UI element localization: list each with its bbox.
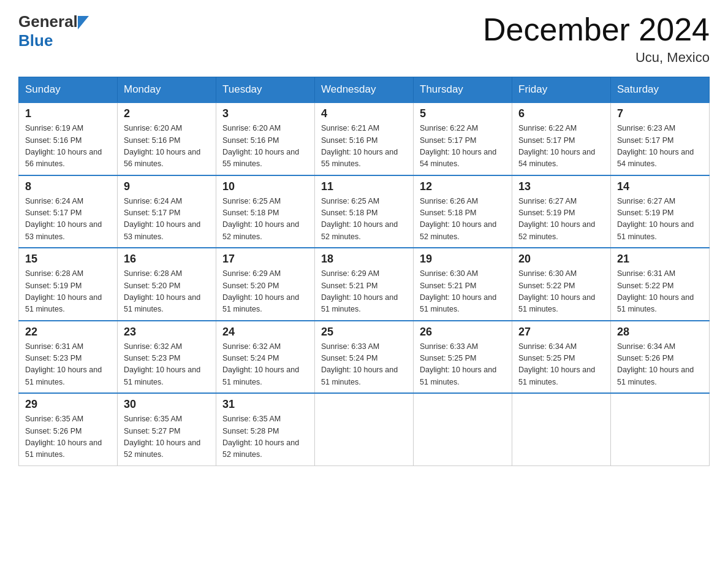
calendar-week-row: 1Sunrise: 6:19 AMSunset: 5:16 PMDaylight… <box>19 102 710 175</box>
day-number: 24 <box>222 326 308 339</box>
day-number: 13 <box>518 180 604 193</box>
day-info: Sunrise: 6:33 AMSunset: 5:25 PMDaylight:… <box>420 341 506 389</box>
calendar-day-cell: 31Sunrise: 6:35 AMSunset: 5:28 PMDayligh… <box>216 393 315 465</box>
day-info: Sunrise: 6:31 AMSunset: 5:23 PMDaylight:… <box>25 341 111 389</box>
calendar-body: 1Sunrise: 6:19 AMSunset: 5:16 PMDaylight… <box>19 102 710 465</box>
col-friday: Friday <box>512 77 611 103</box>
day-number: 18 <box>321 253 407 266</box>
day-info: Sunrise: 6:31 AMSunset: 5:22 PMDaylight:… <box>617 268 703 316</box>
day-info: Sunrise: 6:20 AMSunset: 5:16 PMDaylight:… <box>222 123 308 170</box>
svg-marker-0 <box>78 16 89 29</box>
calendar-day-cell <box>414 393 512 465</box>
calendar-day-cell: 13Sunrise: 6:27 AMSunset: 5:19 PMDayligh… <box>512 175 611 248</box>
day-info: Sunrise: 6:28 AMSunset: 5:19 PMDaylight:… <box>25 268 111 316</box>
day-number: 3 <box>222 107 308 120</box>
calendar-day-cell: 27Sunrise: 6:34 AMSunset: 5:25 PMDayligh… <box>512 321 611 394</box>
day-number: 5 <box>420 107 506 120</box>
calendar-day-cell: 21Sunrise: 6:31 AMSunset: 5:22 PMDayligh… <box>611 248 710 321</box>
calendar-day-cell: 2Sunrise: 6:20 AMSunset: 5:16 PMDaylight… <box>118 102 216 175</box>
calendar-day-cell: 19Sunrise: 6:30 AMSunset: 5:21 PMDayligh… <box>414 248 512 321</box>
day-number: 1 <box>25 107 111 120</box>
day-number: 6 <box>518 107 604 120</box>
calendar-week-row: 8Sunrise: 6:24 AMSunset: 5:17 PMDaylight… <box>19 175 710 248</box>
day-number: 22 <box>25 326 111 339</box>
day-info: Sunrise: 6:25 AMSunset: 5:18 PMDaylight:… <box>222 196 308 243</box>
calendar-day-cell: 20Sunrise: 6:30 AMSunset: 5:22 PMDayligh… <box>512 248 611 321</box>
day-info: Sunrise: 6:26 AMSunset: 5:18 PMDaylight:… <box>420 196 506 243</box>
day-number: 21 <box>617 253 703 266</box>
day-info: Sunrise: 6:21 AMSunset: 5:16 PMDaylight:… <box>321 123 407 170</box>
day-number: 15 <box>25 253 111 266</box>
day-info: Sunrise: 6:30 AMSunset: 5:21 PMDaylight:… <box>420 268 506 316</box>
day-number: 20 <box>518 253 604 266</box>
calendar-day-cell: 6Sunrise: 6:22 AMSunset: 5:17 PMDaylight… <box>512 102 611 175</box>
logo-triangle-icon <box>78 16 89 29</box>
logo: General Blue <box>18 12 89 50</box>
calendar-day-cell: 26Sunrise: 6:33 AMSunset: 5:25 PMDayligh… <box>414 321 512 394</box>
calendar-header-row: Sunday Monday Tuesday Wednesday Thursday… <box>19 77 710 103</box>
calendar-day-cell: 22Sunrise: 6:31 AMSunset: 5:23 PMDayligh… <box>19 321 118 394</box>
calendar-day-cell: 14Sunrise: 6:27 AMSunset: 5:19 PMDayligh… <box>611 175 710 248</box>
calendar-day-cell: 18Sunrise: 6:29 AMSunset: 5:21 PMDayligh… <box>315 248 414 321</box>
day-info: Sunrise: 6:25 AMSunset: 5:18 PMDaylight:… <box>321 196 407 243</box>
calendar-day-cell: 9Sunrise: 6:24 AMSunset: 5:17 PMDaylight… <box>118 175 216 248</box>
day-info: Sunrise: 6:32 AMSunset: 5:24 PMDaylight:… <box>222 341 308 389</box>
day-number: 2 <box>124 107 210 120</box>
title-block: December 2024 Ucu, Mexico <box>483 12 710 66</box>
calendar-day-cell: 17Sunrise: 6:29 AMSunset: 5:20 PMDayligh… <box>216 248 315 321</box>
day-number: 29 <box>25 398 111 411</box>
day-info: Sunrise: 6:28 AMSunset: 5:20 PMDaylight:… <box>124 268 210 316</box>
day-number: 4 <box>321 107 407 120</box>
day-info: Sunrise: 6:32 AMSunset: 5:23 PMDaylight:… <box>124 341 210 389</box>
col-tuesday: Tuesday <box>216 77 315 103</box>
month-title: December 2024 <box>483 12 710 47</box>
day-info: Sunrise: 6:34 AMSunset: 5:26 PMDaylight:… <box>617 341 703 389</box>
calendar-day-cell <box>315 393 414 465</box>
calendar-day-cell: 11Sunrise: 6:25 AMSunset: 5:18 PMDayligh… <box>315 175 414 248</box>
day-number: 10 <box>222 180 308 193</box>
calendar-day-cell: 29Sunrise: 6:35 AMSunset: 5:26 PMDayligh… <box>19 393 118 465</box>
calendar-day-cell: 1Sunrise: 6:19 AMSunset: 5:16 PMDaylight… <box>19 102 118 175</box>
day-number: 11 <box>321 180 407 193</box>
logo-general-text: General <box>18 12 78 31</box>
calendar-table: Sunday Monday Tuesday Wednesday Thursday… <box>18 77 710 466</box>
calendar-day-cell: 28Sunrise: 6:34 AMSunset: 5:26 PMDayligh… <box>611 321 710 394</box>
location-text: Ucu, Mexico <box>483 50 710 66</box>
day-number: 30 <box>124 398 210 411</box>
day-info: Sunrise: 6:22 AMSunset: 5:17 PMDaylight:… <box>420 123 506 170</box>
day-info: Sunrise: 6:35 AMSunset: 5:26 PMDaylight:… <box>25 413 111 461</box>
day-number: 27 <box>518 326 604 339</box>
calendar-day-cell: 5Sunrise: 6:22 AMSunset: 5:17 PMDaylight… <box>414 102 512 175</box>
day-info: Sunrise: 6:35 AMSunset: 5:27 PMDaylight:… <box>124 413 210 461</box>
day-number: 12 <box>420 180 506 193</box>
day-number: 19 <box>420 253 506 266</box>
day-info: Sunrise: 6:27 AMSunset: 5:19 PMDaylight:… <box>518 196 604 243</box>
calendar-day-cell: 16Sunrise: 6:28 AMSunset: 5:20 PMDayligh… <box>118 248 216 321</box>
day-info: Sunrise: 6:20 AMSunset: 5:16 PMDaylight:… <box>124 123 210 170</box>
calendar-day-cell: 7Sunrise: 6:23 AMSunset: 5:17 PMDaylight… <box>611 102 710 175</box>
logo-blue-text: Blue <box>18 31 53 50</box>
day-info: Sunrise: 6:24 AMSunset: 5:17 PMDaylight:… <box>25 196 111 243</box>
calendar-day-cell: 4Sunrise: 6:21 AMSunset: 5:16 PMDaylight… <box>315 102 414 175</box>
calendar-day-cell: 23Sunrise: 6:32 AMSunset: 5:23 PMDayligh… <box>118 321 216 394</box>
day-number: 7 <box>617 107 703 120</box>
day-info: Sunrise: 6:22 AMSunset: 5:17 PMDaylight:… <box>518 123 604 170</box>
calendar-week-row: 29Sunrise: 6:35 AMSunset: 5:26 PMDayligh… <box>19 393 710 465</box>
day-info: Sunrise: 6:24 AMSunset: 5:17 PMDaylight:… <box>124 196 210 243</box>
day-info: Sunrise: 6:34 AMSunset: 5:25 PMDaylight:… <box>518 341 604 389</box>
calendar-day-cell: 15Sunrise: 6:28 AMSunset: 5:19 PMDayligh… <box>19 248 118 321</box>
day-number: 31 <box>222 398 308 411</box>
day-info: Sunrise: 6:35 AMSunset: 5:28 PMDaylight:… <box>222 413 308 461</box>
day-number: 14 <box>617 180 703 193</box>
day-info: Sunrise: 6:23 AMSunset: 5:17 PMDaylight:… <box>617 123 703 170</box>
day-info: Sunrise: 6:33 AMSunset: 5:24 PMDaylight:… <box>321 341 407 389</box>
calendar-day-cell <box>611 393 710 465</box>
col-sunday: Sunday <box>19 77 118 103</box>
calendar-day-cell: 10Sunrise: 6:25 AMSunset: 5:18 PMDayligh… <box>216 175 315 248</box>
day-number: 23 <box>124 326 210 339</box>
day-number: 28 <box>617 326 703 339</box>
day-info: Sunrise: 6:29 AMSunset: 5:21 PMDaylight:… <box>321 268 407 316</box>
calendar-day-cell: 25Sunrise: 6:33 AMSunset: 5:24 PMDayligh… <box>315 321 414 394</box>
calendar-week-row: 15Sunrise: 6:28 AMSunset: 5:19 PMDayligh… <box>19 248 710 321</box>
day-info: Sunrise: 6:29 AMSunset: 5:20 PMDaylight:… <box>222 268 308 316</box>
